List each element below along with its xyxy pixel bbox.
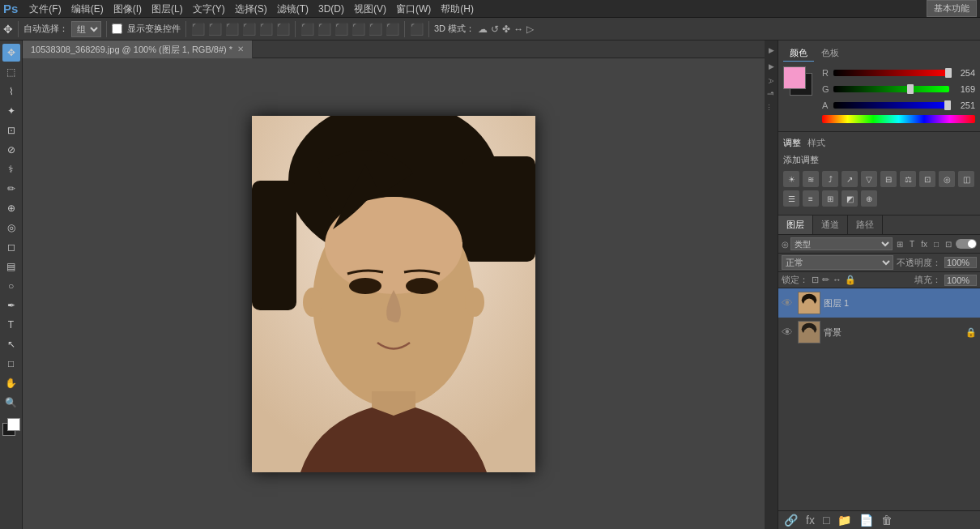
- delete-layer-button[interactable]: 🗑: [879, 514, 895, 527]
- side-icon-1[interactable]: ▶: [767, 44, 775, 57]
- distribute-center-icon[interactable]: ⬛: [317, 23, 331, 36]
- filter-mask-icon[interactable]: □: [931, 239, 941, 250]
- vibrance-icon[interactable]: ▽: [861, 171, 877, 187]
- side-icon-4[interactable]: ¶: [767, 89, 775, 98]
- add-mask-button[interactable]: □: [820, 514, 832, 527]
- shape-tool[interactable]: □: [2, 355, 20, 373]
- eraser-tool[interactable]: ◻: [2, 238, 20, 256]
- b-slider[interactable]: [833, 102, 949, 109]
- color-lookup-icon[interactable]: ☰: [783, 190, 799, 207]
- side-icon-2[interactable]: ▶: [767, 60, 775, 73]
- bw-icon[interactable]: ⊡: [919, 171, 935, 187]
- distribute-top-icon[interactable]: ⬛: [352, 23, 365, 36]
- lock-all-icon[interactable]: 🔒: [845, 275, 856, 285]
- link-layers-button[interactable]: 🔗: [782, 514, 800, 527]
- menu-select[interactable]: 选择(S): [230, 0, 272, 18]
- align-middle-icon[interactable]: ⬛: [259, 23, 273, 36]
- align-center-icon[interactable]: ⬛: [208, 23, 222, 36]
- lock-pixels-icon[interactable]: ⊡: [812, 275, 819, 285]
- canvas-tab[interactable]: 10538308_368269.jpg @ 100% (图层 1, RGB/8#…: [23, 41, 253, 58]
- posterize-icon[interactable]: ⊞: [822, 190, 838, 207]
- filter-smart-icon[interactable]: ⊡: [943, 239, 954, 250]
- filter-fx-icon[interactable]: fx: [918, 239, 930, 250]
- distribute-bottom-icon[interactable]: ⬛: [386, 23, 399, 36]
- show-transform-checkbox[interactable]: [112, 23, 122, 34]
- arrange-icon[interactable]: ⬛: [410, 23, 424, 36]
- channels-tab[interactable]: 通道: [813, 215, 848, 234]
- add-style-button[interactable]: fx: [803, 514, 817, 527]
- menu-3d[interactable]: 3D(D): [313, 0, 349, 18]
- blend-mode-select[interactable]: 正常: [782, 255, 893, 270]
- align-bottom-icon[interactable]: ⬛: [276, 23, 290, 36]
- canvas-content[interactable]: [23, 58, 765, 529]
- filter-T-icon[interactable]: T: [907, 239, 917, 250]
- spot-heal-tool[interactable]: ⚕: [2, 160, 20, 178]
- history-tool[interactable]: ◎: [2, 219, 20, 237]
- 3d-icon-1[interactable]: ☁: [478, 23, 488, 35]
- path-select-tool[interactable]: ↖: [2, 335, 20, 353]
- foreground-color-swatch[interactable]: [783, 66, 806, 89]
- r-slider-thumb[interactable]: [945, 68, 952, 78]
- marquee-tool[interactable]: ⬚: [2, 63, 20, 81]
- crop-tool[interactable]: ⊡: [2, 122, 20, 139]
- new-group-button[interactable]: 📁: [835, 514, 854, 527]
- 3d-icon-4[interactable]: ↔: [513, 23, 523, 35]
- layers-filter-select[interactable]: 类型: [790, 237, 893, 250]
- menu-filter[interactable]: 滤镜(T): [272, 0, 313, 18]
- tab-close-button[interactable]: ✕: [237, 41, 244, 58]
- layers-tab[interactable]: 图层: [778, 215, 813, 234]
- align-left-icon[interactable]: ⬛: [191, 23, 205, 36]
- menu-view[interactable]: 视图(V): [349, 0, 391, 18]
- threshold-icon[interactable]: ◩: [842, 190, 858, 207]
- r-slider[interactable]: [833, 70, 949, 76]
- lock-position-icon[interactable]: ✏: [822, 275, 829, 285]
- paths-tab[interactable]: 路径: [848, 215, 883, 234]
- side-icon-5[interactable]: …: [767, 101, 775, 113]
- exposure-icon[interactable]: ↗: [842, 171, 858, 187]
- eyedropper-tool[interactable]: ⊘: [2, 141, 20, 159]
- align-top-icon[interactable]: ⬛: [242, 23, 256, 36]
- lasso-tool[interactable]: ⌇: [2, 83, 20, 100]
- b-slider-thumb[interactable]: [944, 100, 951, 110]
- hand-tool[interactable]: ✋: [2, 374, 20, 392]
- g-slider[interactable]: [833, 86, 949, 92]
- basic-func-button[interactable]: 基本功能: [927, 0, 977, 17]
- hsl-icon[interactable]: ⊟: [880, 171, 897, 187]
- side-icon-3[interactable]: A: [767, 76, 775, 86]
- foreground-color[interactable]: [2, 418, 20, 436]
- photo-filter-icon[interactable]: ◎: [939, 171, 955, 187]
- lock-move-icon[interactable]: ↔: [833, 275, 842, 285]
- menu-window[interactable]: 窗口(W): [391, 0, 436, 18]
- menu-help[interactable]: 帮助(H): [436, 0, 479, 18]
- move-tool[interactable]: ✥: [2, 44, 20, 62]
- g-slider-thumb[interactable]: [907, 84, 914, 94]
- dodge-tool[interactable]: ○: [2, 277, 20, 295]
- 3d-icon-2[interactable]: ↺: [491, 23, 499, 35]
- swatches-tab[interactable]: 色板: [815, 45, 846, 62]
- opacity-input[interactable]: [944, 257, 977, 268]
- auto-select-dropdown[interactable]: 组: [71, 21, 101, 37]
- styles-tab[interactable]: 样式: [807, 137, 825, 149]
- zoom-tool[interactable]: 🔍: [2, 394, 20, 412]
- menu-edit[interactable]: 编辑(E): [66, 0, 109, 18]
- menu-image[interactable]: 图像(I): [109, 0, 147, 18]
- 3d-icon-5[interactable]: ▷: [526, 23, 534, 35]
- magic-wand-tool[interactable]: ✦: [2, 102, 20, 120]
- 3d-icon-3[interactable]: ✤: [502, 23, 510, 35]
- gradient-map-icon[interactable]: ⊕: [861, 190, 877, 207]
- filter-options-icon[interactable]: ⊞: [894, 239, 905, 250]
- distribute-right-icon[interactable]: ⬛: [334, 23, 348, 36]
- align-right-icon[interactable]: ⬛: [225, 23, 239, 36]
- distribute-left-icon[interactable]: ⬛: [300, 23, 314, 36]
- curves-icon[interactable]: ⤴: [822, 171, 838, 187]
- brush-tool[interactable]: ✏: [2, 180, 20, 198]
- menu-text[interactable]: 文字(Y): [188, 0, 230, 18]
- distribute-middle-icon[interactable]: ⬛: [369, 23, 382, 36]
- color-tab[interactable]: 颜色: [783, 45, 814, 62]
- layer-1-visibility[interactable]: 👁: [782, 296, 795, 309]
- adjustments-tab[interactable]: 调整: [783, 137, 801, 149]
- brightness-icon[interactable]: ☀: [783, 171, 799, 187]
- gradient-tool[interactable]: ▤: [2, 258, 20, 275]
- layer-item-2[interactable]: 👁 背景 🔒: [778, 318, 980, 347]
- pen-tool[interactable]: ✒: [2, 296, 20, 314]
